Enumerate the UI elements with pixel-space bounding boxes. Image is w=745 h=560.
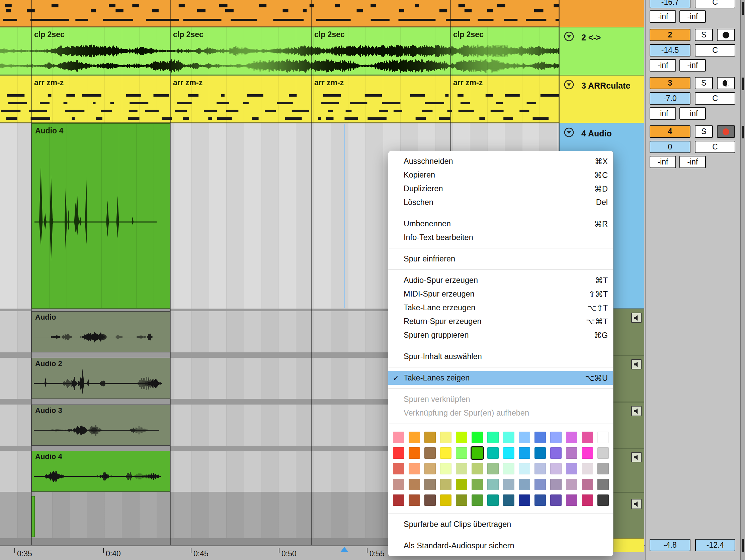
menu-item[interactable]: Info-Text bearbeiten xyxy=(388,231,613,244)
track-1-header[interactable] xyxy=(559,0,644,27)
color-swatch[interactable] xyxy=(550,447,561,459)
color-swatch[interactable] xyxy=(440,494,452,506)
color-swatch[interactable] xyxy=(597,494,609,506)
meter-peak-box[interactable]: -inf xyxy=(679,59,706,72)
volume-value-box[interactable]: -16.7 xyxy=(650,0,690,8)
volume-value-box[interactable]: 0 xyxy=(650,141,690,153)
color-swatch[interactable] xyxy=(472,432,483,443)
color-swatch[interactable] xyxy=(393,494,404,506)
lane-speaker-button[interactable] xyxy=(631,313,642,323)
menu-item[interactable]: Duplizieren⌘D xyxy=(388,182,613,196)
color-swatch[interactable] xyxy=(472,494,483,506)
menu-item[interactable]: Spuren gruppieren⌘G xyxy=(388,328,613,342)
track-3-clip-lane[interactable]: arr zm-zarr zm-zarr zm-zarr zm-z xyxy=(0,76,559,124)
volume-value-box[interactable]: -14.5 xyxy=(650,44,690,57)
color-swatch[interactable] xyxy=(597,479,609,490)
color-swatch[interactable] xyxy=(487,463,499,475)
color-swatch[interactable] xyxy=(519,463,530,475)
fold-track-icon[interactable] xyxy=(563,127,575,139)
menu-item[interactable]: Spur einfrieren xyxy=(388,252,613,266)
color-swatch[interactable] xyxy=(487,494,499,506)
pan-value-box[interactable]: C xyxy=(695,44,735,57)
pan-value-box[interactable]: C xyxy=(695,0,735,8)
color-swatch[interactable] xyxy=(535,447,546,459)
color-swatch[interactable] xyxy=(472,479,483,490)
color-swatch[interactable] xyxy=(597,432,609,443)
color-swatch[interactable] xyxy=(550,432,561,443)
meter-peak-box[interactable]: -inf xyxy=(679,156,706,168)
color-swatch[interactable] xyxy=(503,432,514,443)
color-swatch[interactable] xyxy=(582,432,593,443)
take-lane-clip[interactable]: Audio 3 xyxy=(31,405,170,446)
color-swatch[interactable] xyxy=(566,447,577,459)
lane-speaker-button[interactable] xyxy=(631,406,642,416)
track-3-header[interactable]: 3 ARRculate xyxy=(559,76,644,124)
meter-peak-box[interactable]: -inf xyxy=(650,10,676,23)
color-swatch[interactable] xyxy=(535,432,546,443)
color-swatch[interactable] xyxy=(550,494,561,506)
color-swatch[interactable] xyxy=(456,494,467,506)
menu-item[interactable]: LöschenDel xyxy=(388,196,613,209)
color-swatch[interactable] xyxy=(597,447,609,459)
color-swatch[interactable] xyxy=(440,463,452,475)
color-swatch[interactable] xyxy=(440,432,452,443)
audio4-clip[interactable]: Audio 4 xyxy=(31,124,170,309)
color-swatch[interactable] xyxy=(519,494,530,506)
color-swatch[interactable] xyxy=(535,463,546,475)
meter-peak-box[interactable]: -inf xyxy=(650,156,676,168)
color-swatch[interactable] xyxy=(424,479,436,490)
color-swatch[interactable] xyxy=(582,463,593,475)
lane-speaker-button[interactable] xyxy=(631,499,642,509)
color-swatch[interactable] xyxy=(393,432,404,443)
color-swatch[interactable] xyxy=(409,432,420,443)
color-swatch[interactable] xyxy=(424,447,436,459)
color-swatch[interactable] xyxy=(456,432,467,443)
menu-item[interactable]: MIDI-Spur erzeugen⇧⌘T xyxy=(388,287,613,301)
track-1-clip-lane[interactable] xyxy=(0,0,559,27)
color-swatch[interactable] xyxy=(503,463,514,475)
take-lane-clip[interactable]: Audio 2 xyxy=(31,358,170,399)
color-swatch[interactable] xyxy=(409,494,420,506)
color-swatch[interactable] xyxy=(409,479,420,490)
menu-item[interactable]: Return-Spur erzeugen⌥⌘T xyxy=(388,315,613,328)
color-swatch[interactable] xyxy=(566,463,577,475)
take-lane-clip[interactable]: Audio 4 xyxy=(31,451,170,492)
color-swatch[interactable] xyxy=(582,447,593,459)
menu-item[interactable]: ✓Take-Lanes zeigen⌥⌘U xyxy=(388,371,613,385)
color-swatch[interactable] xyxy=(456,479,467,490)
color-swatch[interactable] xyxy=(472,463,483,475)
color-swatch[interactable] xyxy=(440,447,452,459)
volume-value-box[interactable]: -4.8 xyxy=(650,539,690,551)
color-swatch[interactable] xyxy=(487,432,499,443)
meter-peak-box[interactable]: -inf xyxy=(679,107,706,120)
track-2-clip-lane[interactable]: clp 2secclp 2secclp 2secclp 2sec xyxy=(0,27,559,76)
meter-peak-box[interactable]: -inf xyxy=(650,59,676,72)
color-swatch[interactable] xyxy=(519,432,530,443)
lane-speaker-button[interactable] xyxy=(631,359,642,370)
record-arm-button[interactable] xyxy=(717,77,735,89)
menu-item[interactable]: Umbenennen⌘R xyxy=(388,217,613,231)
color-swatch[interactable] xyxy=(393,479,404,490)
color-swatch[interactable] xyxy=(503,447,514,459)
right-scroll-strip[interactable] xyxy=(740,0,745,560)
color-swatch[interactable] xyxy=(519,479,530,490)
color-swatch[interactable] xyxy=(597,463,609,475)
record-arm-button[interactable] xyxy=(717,29,735,41)
color-swatch[interactable] xyxy=(409,463,420,475)
color-swatch[interactable] xyxy=(424,494,436,506)
track-2-header[interactable]: 2 <-> xyxy=(559,27,644,76)
color-swatch[interactable] xyxy=(535,494,546,506)
color-swatch[interactable] xyxy=(503,494,514,506)
menu-item[interactable]: Take-Lane erzeugen⌥⇧T xyxy=(388,301,613,315)
unfold-track-icon[interactable] xyxy=(563,31,575,43)
color-swatch-selected[interactable] xyxy=(472,447,483,459)
volume-value-box[interactable]: -7.0 xyxy=(650,92,690,105)
color-swatch[interactable] xyxy=(487,479,499,490)
record-arm-button[interactable] xyxy=(717,126,735,138)
solo-button[interactable]: S xyxy=(695,29,713,41)
color-swatch[interactable] xyxy=(424,463,436,475)
menu-item[interactable]: Spur-Inhalt auswählen xyxy=(388,350,613,363)
color-swatch[interactable] xyxy=(566,432,577,443)
color-swatch[interactable] xyxy=(409,447,420,459)
menu-item[interactable]: Spurfarbe auf Clips übertragen xyxy=(388,518,613,531)
